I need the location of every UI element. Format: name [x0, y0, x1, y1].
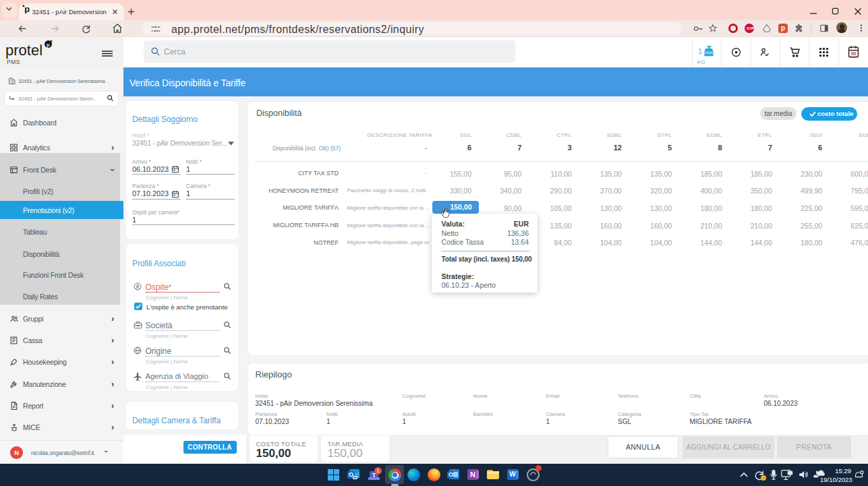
svg-text:p: p	[24, 4, 30, 13]
svg-text:101: 101	[788, 472, 792, 475]
svg-text:06: 06	[851, 51, 857, 56]
svg-text:p: p	[47, 42, 50, 48]
